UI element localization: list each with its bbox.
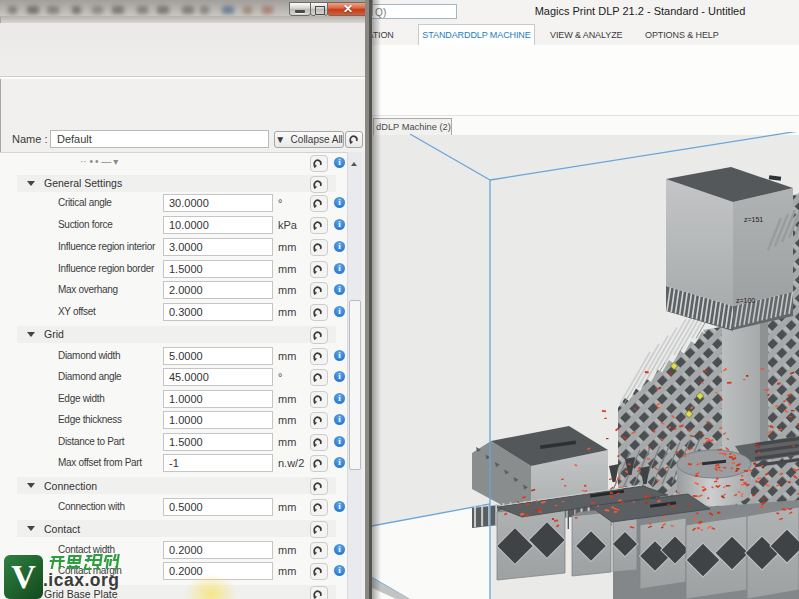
svg-text:z=151: z=151 xyxy=(744,216,763,223)
svg-text:z=100: z=100 xyxy=(736,297,755,304)
